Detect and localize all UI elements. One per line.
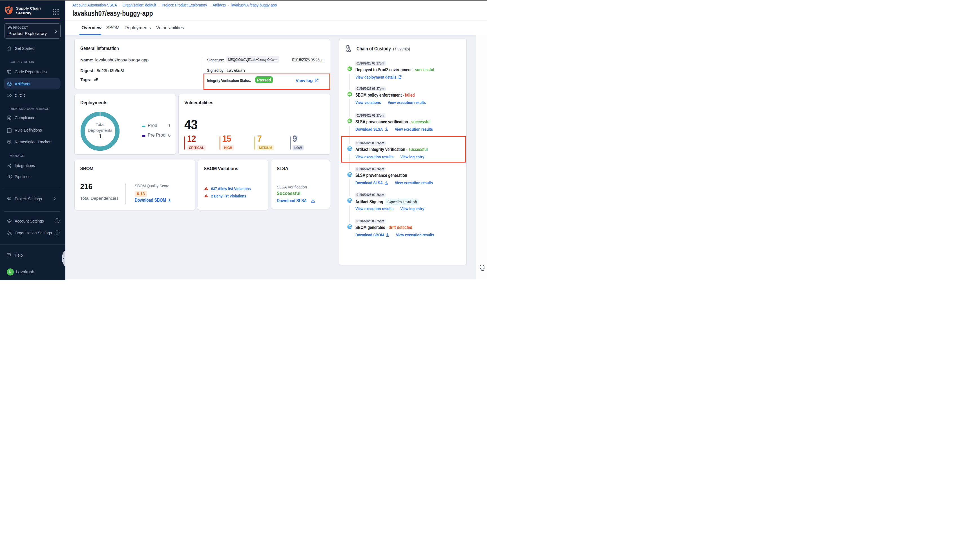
svg-text:?: ? <box>8 253 10 256</box>
